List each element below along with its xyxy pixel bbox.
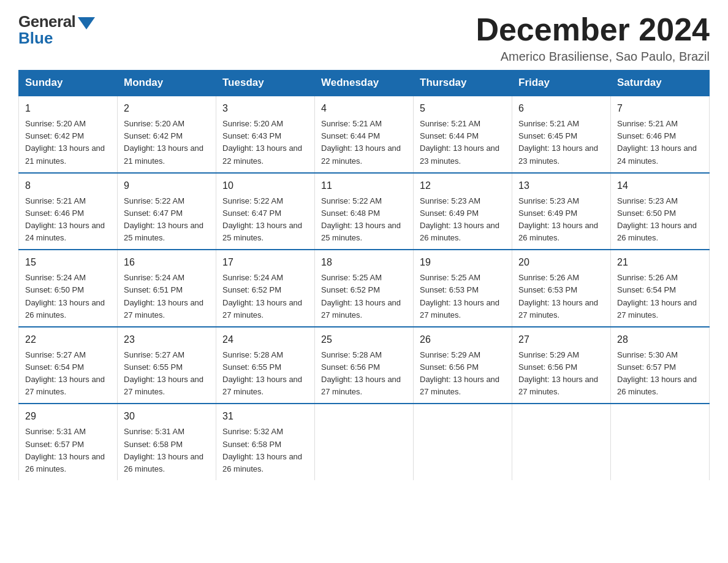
calendar-cell: 10 Sunrise: 5:22 AMSunset: 6:47 PMDaylig… [216, 173, 315, 250]
calendar-cell: 4 Sunrise: 5:21 AMSunset: 6:44 PMDayligh… [315, 96, 414, 173]
day-number: 4 [321, 101, 407, 116]
calendar-cell [315, 404, 414, 480]
day-number: 17 [222, 255, 308, 270]
day-number: 5 [420, 101, 506, 116]
weekday-header-row: SundayMondayTuesdayWednesdayThursdayFrid… [19, 71, 710, 96]
day-number: 10 [222, 178, 308, 193]
logo-blue-text: Blue [18, 29, 53, 48]
calendar-cell: 22 Sunrise: 5:27 AMSunset: 6:54 PMDaylig… [19, 327, 118, 404]
day-info: Sunrise: 5:21 AMSunset: 6:45 PMDaylight:… [518, 119, 598, 165]
day-info: Sunrise: 5:20 AMSunset: 6:43 PMDaylight:… [222, 119, 302, 165]
day-number: 13 [518, 178, 604, 193]
month-title: December 2024 [476, 12, 710, 47]
weekday-header-monday: Monday [118, 71, 216, 96]
day-info: Sunrise: 5:21 AMSunset: 6:46 PMDaylight:… [617, 119, 697, 165]
location-subtitle: Americo Brasiliense, Sao Paulo, Brazil [476, 50, 710, 64]
calendar-cell: 29 Sunrise: 5:31 AMSunset: 6:57 PMDaylig… [19, 404, 118, 480]
day-info: Sunrise: 5:31 AMSunset: 6:58 PMDaylight:… [124, 427, 203, 473]
day-info: Sunrise: 5:24 AMSunset: 6:51 PMDaylight:… [124, 273, 203, 319]
calendar-cell: 28 Sunrise: 5:30 AMSunset: 6:57 PMDaylig… [611, 327, 710, 404]
day-number: 23 [124, 332, 210, 347]
calendar-cell: 23 Sunrise: 5:27 AMSunset: 6:55 PMDaylig… [118, 327, 216, 404]
day-info: Sunrise: 5:25 AMSunset: 6:52 PMDaylight:… [321, 273, 401, 319]
day-info: Sunrise: 5:21 AMSunset: 6:44 PMDaylight:… [321, 119, 401, 165]
day-number: 3 [222, 101, 308, 116]
day-info: Sunrise: 5:21 AMSunset: 6:44 PMDaylight:… [420, 119, 499, 165]
day-number: 6 [518, 101, 604, 116]
weekday-header-saturday: Saturday [611, 71, 710, 96]
day-number: 18 [321, 255, 407, 270]
day-info: Sunrise: 5:29 AMSunset: 6:56 PMDaylight:… [420, 350, 499, 396]
day-number: 30 [124, 409, 210, 424]
day-info: Sunrise: 5:22 AMSunset: 6:47 PMDaylight:… [124, 196, 203, 242]
calendar-cell: 3 Sunrise: 5:20 AMSunset: 6:43 PMDayligh… [216, 96, 315, 173]
day-info: Sunrise: 5:29 AMSunset: 6:56 PMDaylight:… [518, 350, 598, 396]
day-number: 29 [25, 409, 111, 424]
day-info: Sunrise: 5:23 AMSunset: 6:49 PMDaylight:… [518, 196, 598, 242]
day-info: Sunrise: 5:22 AMSunset: 6:48 PMDaylight:… [321, 196, 401, 242]
calendar-cell: 24 Sunrise: 5:28 AMSunset: 6:55 PMDaylig… [216, 327, 315, 404]
day-number: 24 [222, 332, 308, 347]
day-number: 1 [25, 101, 111, 116]
day-number: 15 [25, 255, 111, 270]
calendar-week-row: 15 Sunrise: 5:24 AMSunset: 6:50 PMDaylig… [19, 250, 710, 327]
day-number: 22 [25, 332, 111, 347]
calendar-cell: 31 Sunrise: 5:32 AMSunset: 6:58 PMDaylig… [216, 404, 315, 480]
day-info: Sunrise: 5:26 AMSunset: 6:53 PMDaylight:… [518, 273, 598, 319]
weekday-header-wednesday: Wednesday [315, 71, 414, 96]
day-info: Sunrise: 5:31 AMSunset: 6:57 PMDaylight:… [25, 427, 105, 473]
calendar-cell: 12 Sunrise: 5:23 AMSunset: 6:49 PMDaylig… [414, 173, 512, 250]
day-info: Sunrise: 5:22 AMSunset: 6:47 PMDaylight:… [222, 196, 302, 242]
weekday-header-sunday: Sunday [19, 71, 118, 96]
calendar-cell: 18 Sunrise: 5:25 AMSunset: 6:52 PMDaylig… [315, 250, 414, 327]
calendar-cell: 27 Sunrise: 5:29 AMSunset: 6:56 PMDaylig… [512, 327, 611, 404]
calendar-week-row: 1 Sunrise: 5:20 AMSunset: 6:42 PMDayligh… [19, 96, 710, 173]
day-info: Sunrise: 5:30 AMSunset: 6:57 PMDaylight:… [617, 350, 697, 396]
day-info: Sunrise: 5:21 AMSunset: 6:46 PMDaylight:… [25, 196, 105, 242]
calendar-week-row: 8 Sunrise: 5:21 AMSunset: 6:46 PMDayligh… [19, 173, 710, 250]
calendar-cell: 13 Sunrise: 5:23 AMSunset: 6:49 PMDaylig… [512, 173, 611, 250]
calendar-cell: 17 Sunrise: 5:24 AMSunset: 6:52 PMDaylig… [216, 250, 315, 327]
calendar-cell [512, 404, 611, 480]
day-info: Sunrise: 5:20 AMSunset: 6:42 PMDaylight:… [124, 119, 203, 165]
day-number: 9 [124, 178, 210, 193]
calendar-cell: 9 Sunrise: 5:22 AMSunset: 6:47 PMDayligh… [118, 173, 216, 250]
title-section: December 2024 Americo Brasiliense, Sao P… [476, 12, 710, 64]
logo-arrow-icon [78, 17, 95, 29]
day-info: Sunrise: 5:27 AMSunset: 6:54 PMDaylight:… [25, 350, 105, 396]
calendar-cell: 20 Sunrise: 5:26 AMSunset: 6:53 PMDaylig… [512, 250, 611, 327]
calendar-cell: 15 Sunrise: 5:24 AMSunset: 6:50 PMDaylig… [19, 250, 118, 327]
calendar-cell [611, 404, 710, 480]
day-info: Sunrise: 5:20 AMSunset: 6:42 PMDaylight:… [25, 119, 105, 165]
calendar-cell: 11 Sunrise: 5:22 AMSunset: 6:48 PMDaylig… [315, 173, 414, 250]
day-number: 28 [617, 332, 703, 347]
calendar-table: SundayMondayTuesdayWednesdayThursdayFrid… [18, 70, 710, 480]
calendar-cell: 25 Sunrise: 5:28 AMSunset: 6:56 PMDaylig… [315, 327, 414, 404]
day-number: 8 [25, 178, 111, 193]
weekday-header-friday: Friday [512, 71, 611, 96]
calendar-cell: 1 Sunrise: 5:20 AMSunset: 6:42 PMDayligh… [19, 96, 118, 173]
day-info: Sunrise: 5:24 AMSunset: 6:52 PMDaylight:… [222, 273, 302, 319]
calendar-cell: 16 Sunrise: 5:24 AMSunset: 6:51 PMDaylig… [118, 250, 216, 327]
day-number: 7 [617, 101, 703, 116]
calendar-cell: 21 Sunrise: 5:26 AMSunset: 6:54 PMDaylig… [611, 250, 710, 327]
logo: General Blue [18, 12, 95, 48]
calendar-cell: 7 Sunrise: 5:21 AMSunset: 6:46 PMDayligh… [611, 96, 710, 173]
day-number: 27 [518, 332, 604, 347]
calendar-cell: 14 Sunrise: 5:23 AMSunset: 6:50 PMDaylig… [611, 173, 710, 250]
calendar-cell: 5 Sunrise: 5:21 AMSunset: 6:44 PMDayligh… [414, 96, 512, 173]
day-info: Sunrise: 5:23 AMSunset: 6:49 PMDaylight:… [420, 196, 499, 242]
day-number: 21 [617, 255, 703, 270]
calendar-cell: 2 Sunrise: 5:20 AMSunset: 6:42 PMDayligh… [118, 96, 216, 173]
day-number: 14 [617, 178, 703, 193]
day-info: Sunrise: 5:28 AMSunset: 6:55 PMDaylight:… [222, 350, 302, 396]
day-number: 19 [420, 255, 506, 270]
day-number: 2 [124, 101, 210, 116]
day-info: Sunrise: 5:26 AMSunset: 6:54 PMDaylight:… [617, 273, 697, 319]
day-number: 31 [222, 409, 308, 424]
day-info: Sunrise: 5:24 AMSunset: 6:50 PMDaylight:… [25, 273, 105, 319]
day-info: Sunrise: 5:27 AMSunset: 6:55 PMDaylight:… [124, 350, 203, 396]
weekday-header-tuesday: Tuesday [216, 71, 315, 96]
calendar-week-row: 22 Sunrise: 5:27 AMSunset: 6:54 PMDaylig… [19, 327, 710, 404]
calendar-cell: 6 Sunrise: 5:21 AMSunset: 6:45 PMDayligh… [512, 96, 611, 173]
